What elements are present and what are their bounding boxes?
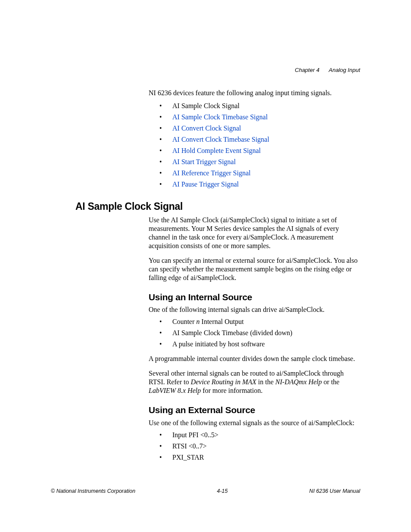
paragraph: Use one of the following external signal… (149, 419, 359, 427)
list-item: Counter n Internal Output (159, 317, 359, 326)
list-item: AI Convert Clock Timebase Signal (159, 135, 359, 144)
signal-list: AI Sample Clock Signal AI Sample Clock T… (159, 102, 359, 189)
list-item: AI Start Trigger Signal (159, 158, 359, 166)
internal-source-list: Counter n Internal Output AI Sample Cloc… (159, 317, 359, 348)
paragraph: A programmable internal counter divides … (149, 355, 359, 363)
intro-block: NI 6236 devices feature the following an… (149, 89, 359, 189)
li-n: n (196, 318, 200, 325)
subsection-heading-internal: Using an Internal Source (149, 292, 359, 303)
list-item: AI Reference Trigger Signal (159, 169, 359, 177)
document-page: Chapter 4 Analog Input NI 6236 devices f… (0, 0, 411, 532)
t: LabVIEW 8.x Help (149, 387, 201, 394)
t: or the (322, 378, 339, 386)
chapter-title: Analog Input (329, 67, 360, 73)
list-item: AI Sample Clock Signal (159, 102, 359, 110)
footer-page-number: 4-15 (217, 488, 227, 494)
subsection-heading-external: Using an External Source (149, 404, 359, 416)
list-item: AI Pause Trigger Signal (159, 180, 359, 189)
list-item: AI Convert Clock Signal (159, 124, 359, 133)
signal-text: AI Sample Clock Signal (172, 102, 240, 109)
paragraph: Use the AI Sample Clock (ai/SampleClock)… (149, 216, 359, 250)
chapter-label: Chapter 4 (295, 67, 319, 73)
page-header: Chapter 4 Analog Input (295, 67, 360, 73)
footer-manual-title: NI 6236 User Manual (309, 488, 360, 494)
section-body: Use the AI Sample Clock (ai/SampleClock)… (149, 216, 359, 462)
page-footer: © National Instruments Corporation 4-15 … (51, 488, 360, 494)
paragraph: One of the following internal signals ca… (149, 305, 359, 314)
t: Device Routing in MAX (191, 378, 256, 386)
external-source-list: Input PFI <0..5> RTSI <0..7> PXI_STAR (159, 431, 359, 462)
list-item: AI Sample Clock Timebase Signal (159, 113, 359, 121)
signal-link[interactable]: AI Pause Trigger Signal (172, 180, 239, 188)
t: for more information. (201, 387, 262, 394)
list-item: Input PFI <0..5> (159, 431, 359, 439)
signal-link[interactable]: AI Convert Clock Signal (172, 124, 241, 132)
signal-link[interactable]: AI Sample Clock Timebase Signal (172, 113, 268, 121)
paragraph: You can specify an internal or external … (149, 256, 359, 282)
signal-link[interactable]: AI Hold Complete Event Signal (172, 147, 261, 154)
list-item: RTSI <0..7> (159, 442, 359, 451)
signal-link[interactable]: AI Start Trigger Signal (172, 158, 236, 165)
signal-link[interactable]: AI Reference Trigger Signal (172, 169, 251, 177)
li-pre: Counter (172, 318, 196, 325)
intro-text: NI 6236 devices feature the following an… (149, 89, 359, 97)
li-post: Internal Output (200, 318, 244, 325)
footer-copyright: © National Instruments Corporation (51, 488, 135, 494)
list-item: A pulse initiated by host software (159, 340, 359, 348)
t: in the (256, 378, 275, 386)
list-item: PXI_STAR (159, 453, 359, 462)
list-item: AI Sample Clock Timebase (divided down) (159, 329, 359, 337)
list-item: AI Hold Complete Event Signal (159, 146, 359, 155)
t: NI-DAQmx Help (275, 378, 322, 386)
section-heading-sample-clock: AI Sample Clock Signal (75, 201, 359, 212)
paragraph: Several other internal signals can be ro… (149, 369, 359, 395)
signal-link[interactable]: AI Convert Clock Timebase Signal (172, 136, 269, 143)
